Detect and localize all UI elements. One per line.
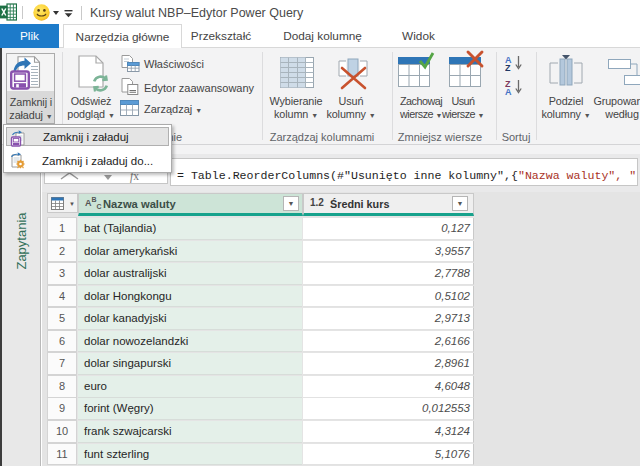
svg-text:A: A — [505, 87, 512, 95]
svg-text:Z: Z — [505, 63, 511, 71]
